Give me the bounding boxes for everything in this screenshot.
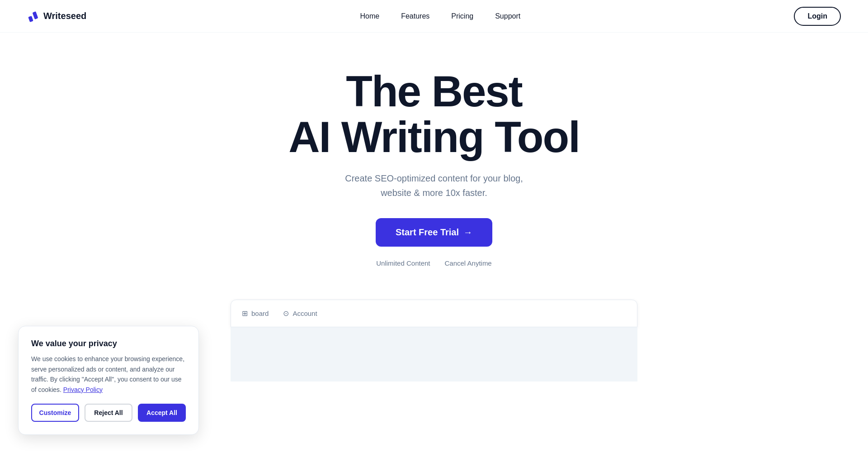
main-nav: Home Features Pricing Support bbox=[360, 12, 520, 20]
cookie-banner: We value your privacy We use cookies to … bbox=[18, 326, 199, 435]
header: Writeseed Home Features Pricing Support … bbox=[0, 0, 868, 33]
svg-rect-0 bbox=[28, 15, 33, 22]
hero-section: The Best AI Writing Tool Create SEO-opti… bbox=[0, 33, 868, 285]
hero-subtitle-line1: Create SEO-optimized content for your bl… bbox=[345, 173, 523, 183]
reject-all-button[interactable]: Reject All bbox=[85, 404, 132, 422]
cta-arrow-icon: → bbox=[463, 227, 472, 238]
nav-support[interactable]: Support bbox=[495, 12, 520, 20]
nav-pricing[interactable]: Pricing bbox=[451, 12, 473, 20]
hero-title-line1: The Best bbox=[346, 67, 522, 115]
hero-title: The Best AI Writing Tool bbox=[288, 69, 580, 160]
dashboard-bar: ⊞ board ⊙ Account bbox=[231, 300, 637, 327]
tab-board-label: board bbox=[251, 310, 269, 317]
svg-rect-1 bbox=[33, 11, 38, 19]
hero-subtitle-line2: website & more 10x faster. bbox=[381, 188, 487, 198]
logo-icon bbox=[27, 10, 40, 23]
accept-all-button[interactable]: Accept All bbox=[138, 404, 186, 422]
dashboard-bottom-area bbox=[231, 327, 637, 381]
dashboard-tab-board[interactable]: ⊞ board bbox=[242, 306, 269, 320]
cta-label: Start Free Trial bbox=[396, 227, 459, 238]
hero-title-line2: AI Writing Tool bbox=[288, 113, 580, 161]
cookie-body: We use cookies to enhance your browsing … bbox=[31, 354, 186, 395]
account-icon: ⊙ bbox=[283, 309, 289, 318]
login-button[interactable]: Login bbox=[794, 7, 841, 26]
brand-name: Writeseed bbox=[43, 11, 86, 21]
privacy-policy-link[interactable]: Privacy Policy bbox=[63, 386, 103, 393]
logo-link[interactable]: Writeseed bbox=[27, 10, 86, 23]
board-icon: ⊞ bbox=[242, 309, 248, 318]
badge-cancel-anytime: Cancel Anytime bbox=[445, 259, 492, 267]
start-free-trial-button[interactable]: Start Free Trial → bbox=[376, 218, 492, 247]
nav-home[interactable]: Home bbox=[360, 12, 379, 20]
hero-badges: Unlimited Content Cancel Anytime bbox=[376, 259, 491, 267]
cookie-buttons: Customize Reject All Accept All bbox=[31, 404, 186, 422]
hero-subtitle: Create SEO-optimized content for your bl… bbox=[345, 171, 523, 200]
customize-button[interactable]: Customize bbox=[31, 404, 79, 422]
tab-account-label: Account bbox=[292, 310, 317, 317]
nav-features[interactable]: Features bbox=[401, 12, 429, 20]
cookie-body-text: We use cookies to enhance your browsing … bbox=[31, 355, 184, 393]
dashboard-tab-account[interactable]: ⊙ Account bbox=[283, 306, 317, 320]
cookie-title: We value your privacy bbox=[31, 339, 186, 348]
badge-unlimited-content: Unlimited Content bbox=[376, 259, 430, 267]
